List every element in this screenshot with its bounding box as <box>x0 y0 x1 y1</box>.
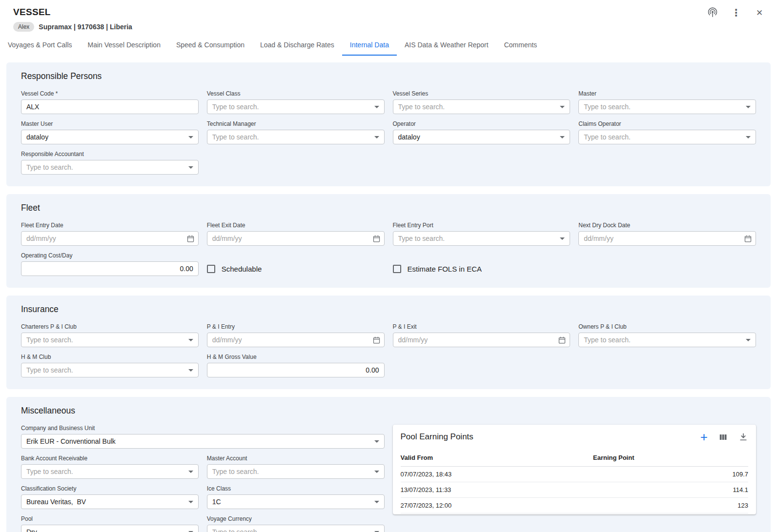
field-charterers-pi-club: Charterers P & I Club <box>21 323 199 347</box>
calendar-icon[interactable] <box>744 235 752 243</box>
download-icon[interactable] <box>738 432 748 442</box>
hm-club-label: H & M Club <box>21 354 199 360</box>
claims-operator-input[interactable] <box>579 130 756 144</box>
hm-gross-value-input[interactable] <box>207 363 384 377</box>
chevron-down-icon[interactable] <box>374 501 379 503</box>
pi-entry-label: P & I Entry <box>207 323 385 330</box>
column-header-earning-point[interactable]: Earning Point <box>593 450 748 467</box>
fleet-entry-port-input[interactable] <box>393 232 570 245</box>
master-input[interactable] <box>579 100 756 114</box>
operating-cost-day-label: Operating Cost/Day <box>21 252 199 259</box>
chevron-down-icon[interactable] <box>746 106 751 108</box>
technical-manager-input[interactable] <box>207 130 384 144</box>
pi-entry-input[interactable] <box>207 333 384 347</box>
operating-cost-day-input[interactable] <box>21 262 198 276</box>
estimate-fols-checkbox-row[interactable]: Estimate FOLS in ECA <box>393 261 571 276</box>
chevron-down-icon[interactable] <box>374 440 379 443</box>
tab-voyages-port-calls[interactable]: Voyages & Port Calls <box>0 35 80 56</box>
chevron-down-icon[interactable] <box>374 136 379 138</box>
chevron-down-icon[interactable] <box>188 339 193 341</box>
chevron-down-icon[interactable] <box>188 136 193 138</box>
close-icon[interactable]: ✕ <box>754 7 765 19</box>
tab-comments[interactable]: Comments <box>496 35 545 56</box>
field-operator: Operator <box>393 120 571 144</box>
ice-class-input[interactable] <box>207 495 384 509</box>
hm-club-input[interactable] <box>21 363 198 377</box>
vessel-series-label: Vessel Series <box>393 90 571 97</box>
calendar-icon[interactable] <box>186 235 195 243</box>
chevron-down-icon[interactable] <box>374 471 379 473</box>
earning-point-cell: 123 <box>593 498 748 513</box>
kebab-menu-icon[interactable]: ⋮ <box>730 7 742 19</box>
calendar-icon[interactable] <box>372 336 381 344</box>
next-dry-dock-date-label: Next Dry Dock Date <box>578 222 756 229</box>
charterers-pi-club-label: Charterers P & I Club <box>21 323 199 330</box>
schedulable-checkbox[interactable] <box>207 265 215 273</box>
valid-from-cell: 07/07/2023, 18:43 <box>401 467 593 482</box>
fleet-exit-date-input[interactable] <box>207 232 384 245</box>
bank-account-receivable-input[interactable] <box>21 465 198 478</box>
chevron-down-icon[interactable] <box>188 166 193 169</box>
table-row[interactable]: 13/07/2023, 11:33 114.1 <box>401 482 749 498</box>
field-fleet-entry-port: Fleet Entry Port <box>393 222 571 246</box>
master-label: Master <box>578 90 756 97</box>
calendar-icon[interactable] <box>372 235 381 243</box>
chevron-down-icon[interactable] <box>560 237 565 240</box>
vessel-series-input[interactable] <box>393 100 570 114</box>
tab-main-vessel-description[interactable]: Main Vessel Description <box>80 35 168 56</box>
table-row[interactable]: 27/07/2023, 12:00 123 <box>401 498 749 513</box>
estimate-fols-checkbox[interactable] <box>393 265 401 273</box>
next-dry-dock-date-input[interactable] <box>579 232 756 245</box>
header-actions: ⋮ ✕ <box>707 7 765 19</box>
chevron-down-icon[interactable] <box>560 106 565 108</box>
claims-operator-label: Claims Operator <box>578 120 756 127</box>
chevron-down-icon[interactable] <box>188 471 193 473</box>
company-business-unit-input[interactable] <box>21 434 384 448</box>
field-schedulable: Schedulable <box>207 252 385 276</box>
fleet-entry-date-input[interactable] <box>21 232 198 245</box>
field-operating-cost-day: Operating Cost/Day <box>21 252 199 276</box>
tab-internal-data[interactable]: Internal Data <box>342 35 397 56</box>
broadcast-icon[interactable] <box>707 7 718 19</box>
voyage-currency-input[interactable] <box>207 525 384 532</box>
chevron-down-icon[interactable] <box>188 369 193 372</box>
add-icon[interactable]: + <box>700 432 708 442</box>
master-user-input[interactable] <box>21 130 198 144</box>
schedulable-checkbox-row[interactable]: Schedulable <box>207 261 385 276</box>
responsible-accountant-input[interactable] <box>21 160 198 174</box>
section-insurance: Insurance Charterers P & I Club P & I En… <box>6 296 771 389</box>
operator-input[interactable] <box>393 130 570 144</box>
owners-pi-club-input[interactable] <box>579 333 756 347</box>
pool-input[interactable] <box>21 525 198 532</box>
classification-society-input[interactable] <box>21 495 198 509</box>
tab-load-discharge-rates[interactable]: Load & Discharge Rates <box>252 35 342 56</box>
column-header-valid-from[interactable]: Valid From <box>401 450 593 467</box>
charterers-pi-club-input[interactable] <box>21 333 198 347</box>
pool-label: Pool <box>21 515 199 522</box>
classification-society-label: Classification Society <box>21 485 199 492</box>
pool-earning-points-table: Valid From Earning Point 07/07/2023, 18:… <box>401 450 749 513</box>
chevron-down-icon[interactable] <box>746 136 751 138</box>
master-account-input[interactable] <box>207 465 384 478</box>
field-vessel-series: Vessel Series <box>393 90 571 114</box>
field-master-account: Master Account <box>207 455 385 479</box>
chevron-down-icon[interactable] <box>560 136 565 138</box>
technical-manager-label: Technical Manager <box>207 120 385 127</box>
calendar-icon[interactable] <box>558 336 566 344</box>
vessel-code-input[interactable] <box>21 100 198 114</box>
fleet-entry-port-label: Fleet Entry Port <box>393 222 571 229</box>
field-ice-class: Ice Class <box>207 485 385 509</box>
tab-speed-consumption[interactable]: Speed & Consumption <box>168 35 252 56</box>
field-claims-operator: Claims Operator <box>578 120 756 144</box>
table-row[interactable]: 07/07/2023, 18:43 109.7 <box>401 467 749 482</box>
pi-exit-input[interactable] <box>393 333 570 347</box>
chevron-down-icon[interactable] <box>188 501 193 503</box>
vessel-subtitle: Supramax | 9170638 | Liberia <box>39 23 132 31</box>
chevron-down-icon[interactable] <box>374 106 379 108</box>
tab-ais-data-weather-report[interactable]: AIS Data & Weather Report <box>397 35 496 56</box>
earning-point-cell: 109.7 <box>593 467 748 482</box>
vessel-class-input[interactable] <box>207 100 384 114</box>
field-fleet-exit-date: Fleet Exit Date <box>207 222 385 246</box>
chevron-down-icon[interactable] <box>746 339 751 341</box>
columns-icon[interactable] <box>718 433 728 442</box>
